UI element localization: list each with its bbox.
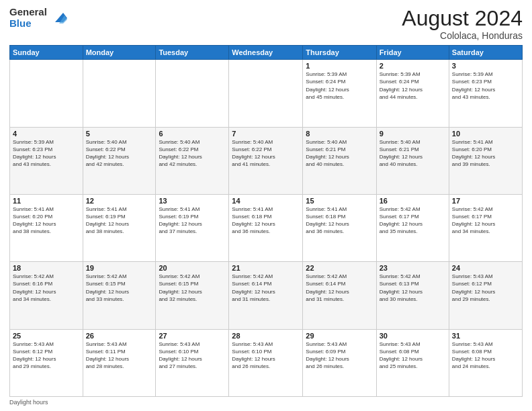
day-info: Sunrise: 5:43 AM Sunset: 6:10 PM Dayligh… xyxy=(159,340,226,371)
calendar-row: 4Sunrise: 5:39 AM Sunset: 6:23 PM Daylig… xyxy=(10,127,523,194)
calendar-row: 25Sunrise: 5:43 AM Sunset: 6:12 PM Dayli… xyxy=(10,329,523,396)
day-number: 31 xyxy=(452,332,519,340)
calendar-cell: 7Sunrise: 5:40 AM Sunset: 6:22 PM Daylig… xyxy=(229,127,303,194)
calendar-cell: 25Sunrise: 5:43 AM Sunset: 6:12 PM Dayli… xyxy=(10,329,83,396)
day-info: Sunrise: 5:41 AM Sunset: 6:20 PM Dayligh… xyxy=(452,138,519,169)
day-number: 5 xyxy=(86,130,153,138)
calendar-table: Sunday Monday Tuesday Wednesday Thursday… xyxy=(9,45,523,397)
calendar-row: 1Sunrise: 5:39 AM Sunset: 6:24 PM Daylig… xyxy=(10,60,523,127)
day-number: 7 xyxy=(232,130,300,138)
calendar-cell: 23Sunrise: 5:42 AM Sunset: 6:13 PM Dayli… xyxy=(376,262,449,329)
day-number: 30 xyxy=(380,332,446,340)
calendar-cell: 3Sunrise: 5:39 AM Sunset: 6:23 PM Daylig… xyxy=(449,60,522,127)
calendar-cell: 17Sunrise: 5:42 AM Sunset: 6:17 PM Dayli… xyxy=(449,194,522,261)
day-info: Sunrise: 5:43 AM Sunset: 6:12 PM Dayligh… xyxy=(13,340,80,371)
day-info: Sunrise: 5:41 AM Sunset: 6:19 PM Dayligh… xyxy=(159,205,226,236)
col-sunday: Sunday xyxy=(10,46,83,60)
logo: General Blue xyxy=(9,7,69,29)
day-info: Sunrise: 5:43 AM Sunset: 6:09 PM Dayligh… xyxy=(306,340,373,371)
day-number: 1 xyxy=(306,62,373,70)
day-info: Sunrise: 5:43 AM Sunset: 6:10 PM Dayligh… xyxy=(232,340,300,371)
day-number: 8 xyxy=(306,130,373,138)
col-saturday: Saturday xyxy=(449,46,522,60)
day-number: 9 xyxy=(380,130,446,138)
day-number: 2 xyxy=(380,62,446,70)
calendar-row: 18Sunrise: 5:42 AM Sunset: 6:16 PM Dayli… xyxy=(10,262,523,329)
calendar-cell: 1Sunrise: 5:39 AM Sunset: 6:24 PM Daylig… xyxy=(303,60,376,127)
calendar-cell: 27Sunrise: 5:43 AM Sunset: 6:10 PM Dayli… xyxy=(156,329,229,396)
day-info: Sunrise: 5:39 AM Sunset: 6:24 PM Dayligh… xyxy=(380,71,446,101)
calendar-cell: 19Sunrise: 5:42 AM Sunset: 6:15 PM Dayli… xyxy=(83,262,156,329)
day-number: 14 xyxy=(232,197,300,205)
day-number: 17 xyxy=(452,197,519,205)
header: General Blue August 2024 Cololaca, Hondu… xyxy=(9,7,523,41)
day-number: 4 xyxy=(13,130,80,138)
title-block: August 2024 Cololaca, Honduras xyxy=(402,7,523,41)
day-info: Sunrise: 5:41 AM Sunset: 6:19 PM Dayligh… xyxy=(86,205,153,236)
day-info: Sunrise: 5:43 AM Sunset: 6:08 PM Dayligh… xyxy=(380,340,446,371)
calendar-cell: 31Sunrise: 5:43 AM Sunset: 6:08 PM Dayli… xyxy=(449,329,522,396)
day-info: Sunrise: 5:40 AM Sunset: 6:22 PM Dayligh… xyxy=(86,138,153,169)
day-number: 16 xyxy=(380,197,446,205)
calendar-cell: 11Sunrise: 5:41 AM Sunset: 6:20 PM Dayli… xyxy=(10,194,83,261)
day-info: Sunrise: 5:42 AM Sunset: 6:16 PM Dayligh… xyxy=(13,273,80,303)
calendar-cell: 22Sunrise: 5:42 AM Sunset: 6:14 PM Dayli… xyxy=(303,262,376,329)
day-info: Sunrise: 5:41 AM Sunset: 6:18 PM Dayligh… xyxy=(232,205,300,236)
day-info: Sunrise: 5:40 AM Sunset: 6:22 PM Dayligh… xyxy=(232,138,300,169)
logo-general: General xyxy=(9,7,47,18)
logo-icon xyxy=(50,9,69,28)
calendar-cell: 9Sunrise: 5:40 AM Sunset: 6:21 PM Daylig… xyxy=(376,127,449,194)
day-number: 22 xyxy=(306,264,373,272)
day-number: 27 xyxy=(159,332,226,340)
daylight-label: Daylight hours xyxy=(9,399,48,406)
logo-text: General Blue xyxy=(9,7,47,29)
calendar-cell: 13Sunrise: 5:41 AM Sunset: 6:19 PM Dayli… xyxy=(156,194,229,261)
day-number: 15 xyxy=(306,197,373,205)
footer-note: Daylight hours xyxy=(9,399,523,406)
calendar-header: Sunday Monday Tuesday Wednesday Thursday… xyxy=(10,46,523,60)
day-info: Sunrise: 5:41 AM Sunset: 6:20 PM Dayligh… xyxy=(13,205,80,236)
day-info: Sunrise: 5:43 AM Sunset: 6:11 PM Dayligh… xyxy=(86,340,153,371)
calendar-cell: 26Sunrise: 5:43 AM Sunset: 6:11 PM Dayli… xyxy=(83,329,156,396)
day-info: Sunrise: 5:40 AM Sunset: 6:21 PM Dayligh… xyxy=(380,138,446,169)
day-number: 10 xyxy=(452,130,519,138)
day-info: Sunrise: 5:39 AM Sunset: 6:23 PM Dayligh… xyxy=(13,138,80,169)
calendar-row: 11Sunrise: 5:41 AM Sunset: 6:20 PM Dayli… xyxy=(10,194,523,261)
day-info: Sunrise: 5:39 AM Sunset: 6:23 PM Dayligh… xyxy=(452,71,519,101)
calendar-cell: 18Sunrise: 5:42 AM Sunset: 6:16 PM Dayli… xyxy=(10,262,83,329)
day-info: Sunrise: 5:42 AM Sunset: 6:17 PM Dayligh… xyxy=(380,205,446,236)
day-number: 24 xyxy=(452,264,519,272)
day-number: 13 xyxy=(159,197,226,205)
col-thursday: Thursday xyxy=(303,46,376,60)
day-number: 21 xyxy=(232,264,300,272)
calendar-cell xyxy=(83,60,156,127)
day-number: 20 xyxy=(159,264,226,272)
day-number: 6 xyxy=(159,130,226,138)
day-number: 12 xyxy=(86,197,153,205)
day-info: Sunrise: 5:39 AM Sunset: 6:24 PM Dayligh… xyxy=(306,71,373,101)
col-friday: Friday xyxy=(376,46,449,60)
col-wednesday: Wednesday xyxy=(229,46,303,60)
calendar-cell: 21Sunrise: 5:42 AM Sunset: 6:14 PM Dayli… xyxy=(229,262,303,329)
day-number: 11 xyxy=(13,197,80,205)
calendar-cell: 28Sunrise: 5:43 AM Sunset: 6:10 PM Dayli… xyxy=(229,329,303,396)
day-info: Sunrise: 5:40 AM Sunset: 6:22 PM Dayligh… xyxy=(159,138,226,169)
calendar-cell: 4Sunrise: 5:39 AM Sunset: 6:23 PM Daylig… xyxy=(10,127,83,194)
day-info: Sunrise: 5:42 AM Sunset: 6:15 PM Dayligh… xyxy=(159,273,226,303)
calendar-body: 1Sunrise: 5:39 AM Sunset: 6:24 PM Daylig… xyxy=(10,60,523,397)
day-info: Sunrise: 5:41 AM Sunset: 6:18 PM Dayligh… xyxy=(306,205,373,236)
calendar-cell: 30Sunrise: 5:43 AM Sunset: 6:08 PM Dayli… xyxy=(376,329,449,396)
calendar-cell: 24Sunrise: 5:43 AM Sunset: 6:12 PM Dayli… xyxy=(449,262,522,329)
day-number: 28 xyxy=(232,332,300,340)
page: General Blue August 2024 Cololaca, Hondu… xyxy=(0,0,532,411)
col-tuesday: Tuesday xyxy=(156,46,229,60)
calendar-cell xyxy=(156,60,229,127)
calendar-cell: 2Sunrise: 5:39 AM Sunset: 6:24 PM Daylig… xyxy=(376,60,449,127)
day-info: Sunrise: 5:42 AM Sunset: 6:14 PM Dayligh… xyxy=(232,273,300,303)
calendar-cell: 5Sunrise: 5:40 AM Sunset: 6:22 PM Daylig… xyxy=(83,127,156,194)
day-number: 23 xyxy=(380,264,446,272)
calendar-cell: 14Sunrise: 5:41 AM Sunset: 6:18 PM Dayli… xyxy=(229,194,303,261)
day-info: Sunrise: 5:40 AM Sunset: 6:21 PM Dayligh… xyxy=(306,138,373,169)
day-number: 26 xyxy=(86,332,153,340)
calendar-cell: 15Sunrise: 5:41 AM Sunset: 6:18 PM Dayli… xyxy=(303,194,376,261)
